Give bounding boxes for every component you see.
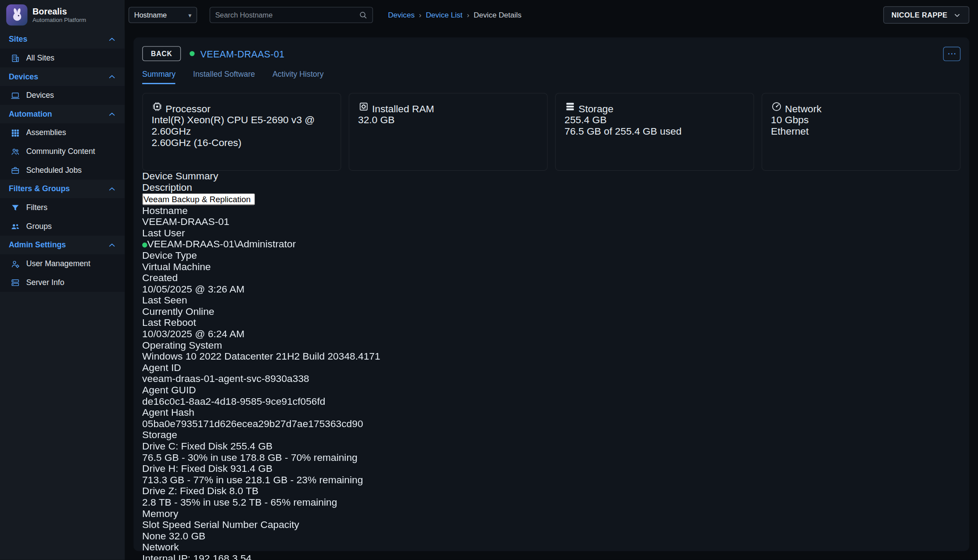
breadcrumb-current: Device Details bbox=[474, 11, 522, 19]
network-panel: Network Internal IP: 192.168.3.54 Extern… bbox=[142, 542, 960, 560]
internal-ip: Internal IP: 192.168.3.54 bbox=[142, 553, 960, 560]
sidebar-item-assemblies[interactable]: Assemblies bbox=[0, 123, 125, 142]
sidebar-section-sites[interactable]: Sites bbox=[0, 30, 125, 49]
chevron-down-icon bbox=[953, 11, 961, 19]
memory-panel-title: Memory bbox=[142, 508, 960, 520]
app: Borealis Automation Platform Sites All S… bbox=[0, 0, 978, 560]
tab-installed-software[interactable]: Installed Software bbox=[193, 70, 255, 84]
community-icon bbox=[10, 147, 20, 156]
row-agent-id: Agent ID veeam-draas-01-agent-svc-8930a3… bbox=[142, 362, 960, 385]
processor-subtitle: 2.60GHz (16-Cores) bbox=[151, 137, 332, 149]
storage-panel: Storage Drive C: Fixed Disk 255.4 GB 76.… bbox=[142, 429, 960, 508]
ram-value: 32.0 GB bbox=[358, 115, 538, 126]
row-operating-system: Operating System Windows 10 2022 Datacen… bbox=[142, 340, 960, 362]
description-input[interactable] bbox=[142, 193, 255, 205]
search-field-select[interactable]: Hostname ▾ bbox=[129, 7, 197, 23]
row-last-seen: Last Seen Currently Online bbox=[142, 295, 960, 317]
devices-icon bbox=[10, 91, 20, 100]
storage-value: 255.4 GB bbox=[565, 115, 745, 126]
funnel-icon bbox=[10, 203, 20, 212]
storage-stack-icon bbox=[565, 103, 579, 114]
sidebar-item-all-sites[interactable]: All Sites bbox=[0, 49, 125, 68]
device-summary-panel: Device Summary Description Hostname VEEA… bbox=[142, 171, 960, 430]
processor-value: Intel(R) Xeon(R) CPU E5-2690 v3 @ 2.60GH… bbox=[151, 115, 332, 137]
row-created: Created 10/05/2025 @ 3:26 AM bbox=[142, 272, 960, 295]
assemblies-icon bbox=[10, 128, 20, 137]
breadcrumb-devices[interactable]: Devices bbox=[388, 11, 415, 19]
breadcrumb-separator: › bbox=[419, 11, 422, 19]
user-menu-button[interactable]: NICOLE RAPPE bbox=[883, 6, 969, 24]
user-gear-icon bbox=[10, 259, 20, 268]
gauge-icon bbox=[771, 103, 785, 114]
main-area: BACK VEEAM-DRAAS-01 ⋯ Summary Installed … bbox=[125, 30, 978, 560]
stat-cards: Processor Intel(R) Xeon(R) CPU E5-2690 v… bbox=[142, 93, 960, 171]
server-icon bbox=[10, 278, 20, 287]
stat-card-processor: Processor Intel(R) Xeon(R) CPU E5-2690 v… bbox=[142, 93, 341, 171]
chevron-up-icon bbox=[108, 110, 116, 118]
back-button[interactable]: BACK bbox=[142, 46, 181, 61]
drive-c: Drive C: Fixed Disk 255.4 GB 76.5 GB - 3… bbox=[142, 441, 960, 463]
brand: Borealis Automation Platform bbox=[0, 0, 125, 30]
online-dot bbox=[142, 243, 147, 247]
device-details-panel: BACK VEEAM-DRAAS-01 ⋯ Summary Installed … bbox=[133, 37, 969, 551]
search-box bbox=[210, 7, 373, 23]
tab-bar: Summary Installed Software Activity Hist… bbox=[142, 70, 960, 84]
search-icon[interactable] bbox=[358, 11, 367, 19]
breadcrumb-device-list[interactable]: Device List bbox=[426, 11, 462, 19]
row-agent-guid: Agent GUID de16c0c1-8aa2-4d18-9585-9ce91… bbox=[142, 385, 960, 407]
sidebar-item-server-info[interactable]: Server Info bbox=[0, 273, 125, 292]
search-input[interactable] bbox=[215, 11, 358, 19]
caret-down-icon: ▾ bbox=[188, 11, 191, 18]
sidebar-item-filters[interactable]: Filters bbox=[0, 198, 125, 217]
storage-subtitle: 76.5 GB of 255.4 GB used bbox=[565, 126, 745, 137]
network-value: 10 Gbps bbox=[771, 115, 951, 126]
sidebar-item-scheduled-jobs[interactable]: Scheduled Jobs bbox=[0, 161, 125, 180]
drive-z: Drive Z: Fixed Disk 8.0 TB 2.8 TB - 35% … bbox=[142, 485, 960, 508]
sidebar-section-automation[interactable]: Automation bbox=[0, 105, 125, 124]
breadcrumb-separator: › bbox=[467, 11, 469, 19]
cpu-icon bbox=[151, 103, 165, 114]
chevron-up-icon bbox=[108, 73, 116, 81]
ram-chip-icon bbox=[358, 103, 372, 114]
chevron-up-icon bbox=[108, 35, 116, 43]
topbar: Hostname ▾ Devices › Device List › Devic… bbox=[125, 0, 978, 30]
more-actions-button[interactable]: ⋯ bbox=[943, 46, 960, 61]
memory-table-row: None 32.0 GB bbox=[142, 531, 960, 542]
right-column: Memory Slot Speed Serial Number Capacity… bbox=[142, 508, 960, 560]
stat-card-ram: Installed RAM 32.0 GB bbox=[349, 93, 548, 171]
sidebar-section-admin-settings[interactable]: Admin Settings bbox=[0, 235, 125, 254]
memory-panel: Memory Slot Speed Serial Number Capacity… bbox=[142, 508, 960, 542]
online-dot bbox=[190, 51, 194, 56]
tab-summary[interactable]: Summary bbox=[142, 70, 176, 84]
sidebar-item-groups[interactable]: Groups bbox=[0, 217, 125, 236]
row-last-user: Last User VEEAM-DRAAS-01\Administrator bbox=[142, 228, 960, 250]
sidebar-item-devices[interactable]: Devices bbox=[0, 86, 125, 105]
sidebar-item-user-management[interactable]: User Management bbox=[0, 254, 125, 273]
network-subtitle: Ethernet bbox=[771, 126, 951, 137]
briefcase-icon bbox=[10, 165, 20, 175]
sidebar-section-devices[interactable]: Devices bbox=[0, 68, 125, 86]
row-hostname: Hostname VEEAM-DRAAS-01 bbox=[142, 205, 960, 228]
stat-card-network: Network 10 Gbps Ethernet bbox=[762, 93, 960, 171]
row-description: Description bbox=[142, 182, 960, 205]
sidebar-item-community-content[interactable]: Community Content bbox=[0, 142, 125, 161]
breadcrumb: Devices › Device List › Device Details bbox=[388, 11, 521, 19]
memory-table-header: Slot Speed Serial Number Capacity bbox=[142, 519, 960, 531]
row-device-type: Device Type Virtual Machine bbox=[142, 250, 960, 272]
brand-name: Borealis bbox=[32, 7, 86, 16]
page-title: VEEAM-DRAAS-01 bbox=[190, 48, 284, 59]
drive-h: Drive H: Fixed Disk 931.4 GB 713.3 GB - … bbox=[142, 463, 960, 485]
device-name: VEEAM-DRAAS-01 bbox=[201, 48, 285, 59]
row-agent-hash: Agent Hash 05ba0e7935171d626ecea29b27d7a… bbox=[142, 407, 960, 429]
sites-icon bbox=[10, 54, 20, 63]
device-summary-title: Device Summary bbox=[142, 171, 960, 182]
network-panel-title: Network bbox=[142, 542, 960, 553]
sidebar: Borealis Automation Platform Sites All S… bbox=[0, 0, 125, 560]
stat-card-storage: Storage 255.4 GB 76.5 GB of 255.4 GB use… bbox=[555, 93, 754, 171]
groups-icon bbox=[10, 221, 20, 231]
tab-activity-history[interactable]: Activity History bbox=[272, 70, 324, 84]
brand-subtitle: Automation Platform bbox=[32, 16, 86, 23]
sidebar-section-filters-groups[interactable]: Filters & Groups bbox=[0, 179, 125, 198]
storage-panel-title: Storage bbox=[142, 429, 960, 441]
chevron-up-icon bbox=[108, 185, 116, 193]
